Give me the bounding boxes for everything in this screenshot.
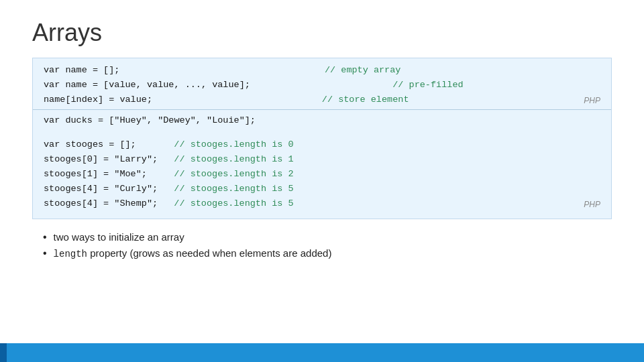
code-row-stooges-0: var stooges = []; // stooges.length is 0 bbox=[44, 138, 600, 153]
code-row-store: name[index] = value; // store element PH… bbox=[44, 93, 600, 108]
php-label-1: PHP bbox=[584, 95, 600, 107]
stooges-code-0: var stooges = []; bbox=[44, 138, 168, 152]
stooges-code-1: stooges[0] = "Larry"; bbox=[44, 153, 168, 167]
stooges-code-4: stooges[4] = "Shemp"; bbox=[44, 197, 168, 211]
php-label-2: PHP bbox=[584, 198, 600, 211]
bullet-item-1: • two ways to initialize an array bbox=[43, 231, 612, 243]
bullet-dot-2: • bbox=[43, 247, 47, 259]
bottom-bar bbox=[0, 343, 644, 362]
code-row-empty-array: var name = []; // empty array bbox=[44, 64, 600, 78]
code-ducks: var ducks = ["Huey", "Dewey", "Louie"]; bbox=[44, 114, 256, 128]
code-comment-0: // empty array bbox=[325, 64, 400, 78]
code-comment-1: // pre-filled bbox=[392, 78, 463, 93]
code-row-stooges-2: stooges[1] = "Moe"; // stooges.length is… bbox=[44, 168, 600, 182]
code-row-ducks: var ducks = ["Huey", "Dewey", "Louie"]; bbox=[44, 114, 600, 129]
code-text-0: var name = []; bbox=[44, 64, 119, 78]
left-accent bbox=[0, 343, 7, 362]
code-comment-2: // store element bbox=[322, 93, 409, 107]
bullet-text-2: length property (grows as needed when el… bbox=[54, 247, 332, 259]
code-row-stooges-3: stooges[4] = "Curly"; // stooges.length … bbox=[44, 182, 600, 197]
code-row-stooges-1: stooges[0] = "Larry"; // stooges.length … bbox=[44, 153, 600, 168]
stooges-comment-0: // stooges.length is 0 bbox=[174, 138, 293, 152]
stooges-comment-1: // stooges.length is 1 bbox=[174, 153, 293, 167]
code-row-prefilled: var name = [value, value, ..., value]; /… bbox=[44, 78, 600, 93]
code-row-stooges-4: stooges[4] = "Shemp"; // stooges.length … bbox=[44, 197, 600, 212]
bullet-code-length: length bbox=[54, 249, 87, 259]
bullet-text-1: two ways to initialize an array bbox=[54, 231, 184, 243]
code-stooges-section: var stooges = []; // stooges.length is 0… bbox=[33, 134, 611, 219]
stooges-code-2: stooges[1] = "Moe"; bbox=[44, 168, 168, 182]
stooges-comment-2: // stooges.length is 2 bbox=[174, 168, 293, 182]
stooges-comment-4: // stooges.length is 5 bbox=[174, 197, 293, 211]
stooges-comment-3: // stooges.length is 5 bbox=[174, 182, 293, 196]
stooges-code-3: stooges[4] = "Curly"; bbox=[44, 182, 168, 196]
page-title: Arrays bbox=[32, 19, 612, 47]
code-text-2: name[index] = value; bbox=[44, 93, 152, 107]
code-container: var name = []; // empty array var name =… bbox=[32, 58, 612, 219]
bullet-item-2: • length property (grows as needed when … bbox=[43, 247, 612, 259]
bullet-dot-1: • bbox=[43, 231, 47, 243]
code-text-1: var name = [value, value, ..., value]; bbox=[44, 78, 250, 93]
bullet-section: • two ways to initialize an array • leng… bbox=[32, 231, 612, 259]
